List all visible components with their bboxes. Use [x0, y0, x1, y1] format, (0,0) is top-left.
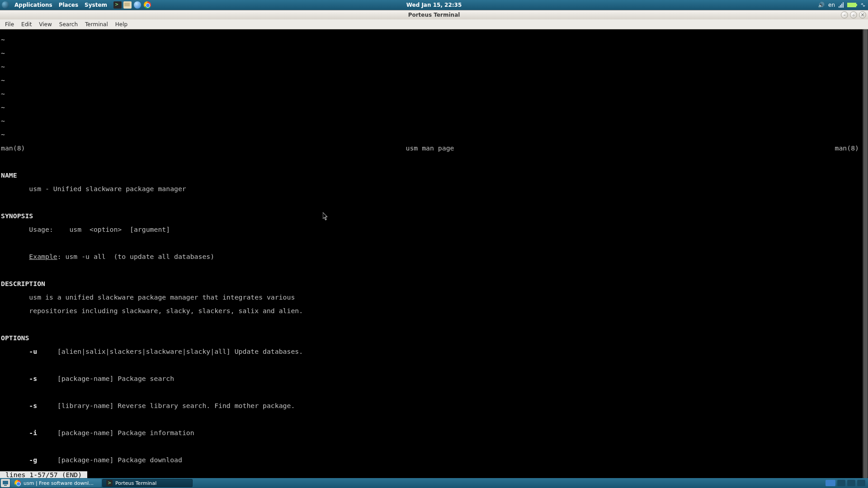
workspace-4[interactable] — [857, 480, 865, 486]
distro-logo-icon[interactable] — [2, 1, 9, 9]
taskbar-item-label: usm | Free software downl... — [24, 480, 94, 486]
taskbar-item-terminal[interactable]: Porteus Terminal — [102, 479, 193, 487]
svg-rect-1 — [4, 485, 7, 486]
taskbar-item-browser[interactable]: usm | Free software downl... — [11, 479, 101, 487]
volume-icon[interactable]: 🔊 — [818, 2, 825, 8]
workspace-3[interactable] — [847, 480, 855, 486]
applications-menu[interactable]: Applications — [12, 1, 55, 9]
clock[interactable]: Wed Jan 15, 22:35 — [406, 2, 462, 8]
window-titlebar[interactable]: Porteus Terminal – ⬦ × — [0, 10, 868, 19]
terminal-viewport[interactable]: ~ ~ ~ ~ ~ ~ ~ ~ man(8)usm man pageman(8)… — [0, 29, 868, 478]
option-row: -s [package-name] Package search — [1, 375, 867, 382]
workspace-2[interactable] — [837, 480, 845, 486]
terminal-scrollbar[interactable] — [863, 29, 868, 478]
svg-rect-0 — [3, 481, 8, 484]
file-manager-launcher-icon[interactable] — [123, 1, 132, 9]
window-menubar: File Edit View Search Terminal Help — [0, 19, 868, 29]
taskbar-tray — [826, 480, 867, 486]
option-row: -s [library-name] Reverse library search… — [1, 402, 867, 409]
chrome-icon — [14, 480, 21, 486]
places-menu[interactable]: Places — [56, 1, 81, 9]
network-activity-icon[interactable] — [860, 2, 866, 8]
window-close-button[interactable]: × — [859, 11, 866, 19]
section-name: NAME — [1, 171, 17, 179]
show-desktop-button[interactable] — [1, 479, 10, 487]
menu-edit[interactable]: Edit — [18, 20, 35, 28]
menu-search[interactable]: Search — [56, 20, 81, 28]
network-signal-icon[interactable] — [839, 2, 844, 8]
menu-help[interactable]: Help — [112, 20, 131, 28]
chrome-launcher-icon[interactable] — [144, 1, 151, 9]
workspace-indicator[interactable] — [826, 480, 835, 486]
window-maximize-button[interactable]: ⬦ — [850, 11, 857, 19]
pager-status: lines 1-57/57 (END) — [0, 471, 87, 478]
option-row: -g [package-name] Package download — [1, 456, 867, 463]
name-line: usm - Unified slackware package manager — [1, 185, 867, 192]
scrollbar-thumb[interactable] — [863, 29, 868, 478]
menu-terminal[interactable]: Terminal — [82, 20, 111, 28]
description-line: repositories including slackware, slacky… — [1, 307, 867, 314]
terminal-window: Porteus Terminal – ⬦ × File Edit View Se… — [0, 10, 868, 478]
option-row: -i [package-name] Package information — [1, 429, 867, 436]
top-panel: Applications Places System Wed Jan 15, 2… — [0, 0, 868, 10]
man-header: man(8)usm man pageman(8) — [1, 145, 867, 151]
battery-icon[interactable] — [847, 3, 856, 7]
menu-file[interactable]: File — [2, 20, 17, 28]
keyboard-layout-indicator[interactable]: en — [828, 2, 835, 8]
synopsis-usage: Usage: usm <option> [argument] — [1, 226, 867, 233]
desktop-icon — [2, 480, 9, 486]
section-description: DESCRIPTION — [1, 280, 45, 287]
menu-view[interactable]: View — [36, 20, 55, 28]
system-menu[interactable]: System — [82, 1, 110, 9]
browser-launcher-icon[interactable] — [134, 1, 141, 9]
description-line: usm is a unified slackware package manag… — [1, 294, 867, 300]
section-options: OPTIONS — [1, 334, 29, 342]
window-title: Porteus Terminal — [408, 12, 460, 18]
terminal-icon — [106, 480, 113, 486]
section-synopsis: SYNOPSIS — [1, 212, 33, 220]
option-row: -u [alien|salix|slackers|slackware|slack… — [1, 348, 867, 355]
bottom-taskbar: usm | Free software downl... Porteus Ter… — [0, 478, 868, 488]
window-minimize-button[interactable]: – — [841, 11, 848, 19]
synopsis-example: Example: usm -u all (to update all datab… — [1, 253, 867, 260]
taskbar-item-label: Porteus Terminal — [115, 480, 156, 486]
terminal-launcher-icon[interactable] — [113, 1, 122, 9]
